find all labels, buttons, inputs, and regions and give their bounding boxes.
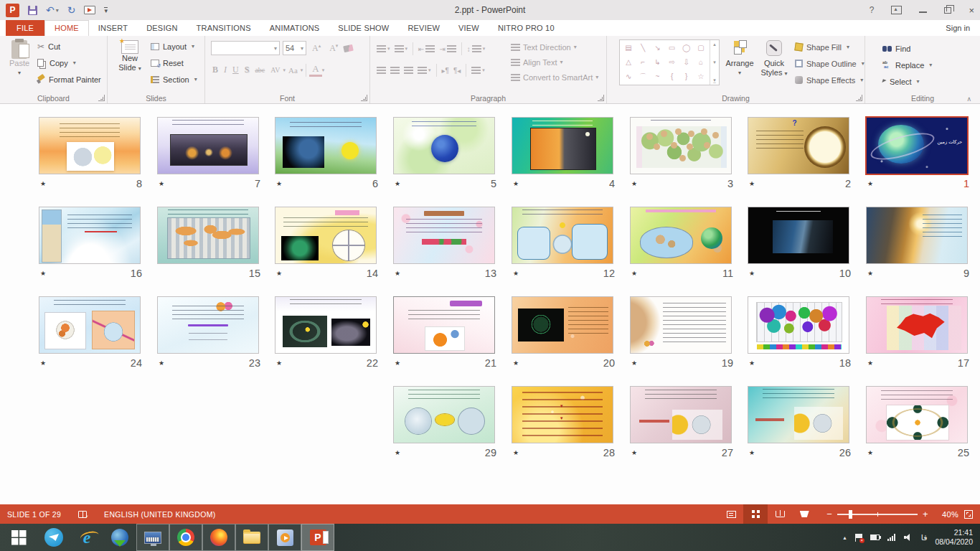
animation-star-icon[interactable]: ★ [159, 359, 169, 367]
slide-thumbnail-15[interactable] [157, 207, 259, 264]
shape-option-9[interactable]: ⇨ [669, 59, 674, 66]
taskbar-chrome-icon[interactable] [169, 524, 202, 551]
bold-button[interactable]: B [209, 65, 221, 75]
tab-slide-show[interactable]: SLIDE SHOW [329, 20, 398, 36]
zoom-level[interactable]: 40% [934, 510, 958, 519]
taskbar-ie-icon[interactable]: e [70, 524, 103, 551]
slide-thumbnail-21[interactable] [393, 296, 495, 354]
undo-icon[interactable]: ↶ [46, 5, 55, 15]
animation-star-icon[interactable]: ★ [867, 449, 877, 456]
tab-review[interactable]: REVIEW [398, 20, 449, 36]
tab-file[interactable]: FILE [6, 20, 44, 36]
animation-star-icon[interactable]: ★ [276, 270, 286, 277]
align-left-button[interactable] [374, 63, 388, 77]
slide-thumbnail-11[interactable] [630, 207, 732, 264]
taskbar-osk-icon[interactable] [136, 524, 169, 551]
slide-thumbnail-28[interactable] [512, 386, 613, 443]
animation-star-icon[interactable]: ★ [513, 359, 523, 367]
scroll-down-icon[interactable]: ▾ [713, 60, 716, 65]
shape-option-4[interactable]: ◯ [682, 44, 690, 52]
clock[interactable]: 21:41 08/04/2020 [935, 528, 973, 547]
slide-thumbnail-22[interactable] [275, 296, 377, 354]
animation-star-icon[interactable]: ★ [631, 270, 641, 277]
animation-star-icon[interactable]: ★ [867, 180, 877, 187]
fit-to-window-icon[interactable] [964, 510, 973, 519]
language-switcher[interactable]: فا [921, 533, 928, 542]
minimize-button[interactable] [919, 11, 927, 13]
tab-design[interactable]: DESIGN [137, 20, 187, 36]
text-shadow-button[interactable]: S [242, 65, 253, 75]
taskbar-telegram-icon[interactable] [37, 524, 70, 551]
character-spacing-button[interactable]: AV [268, 66, 283, 74]
save-icon[interactable] [28, 6, 37, 15]
tab-transitions[interactable]: TRANSITIONS [187, 20, 260, 36]
shape-option-2[interactable]: ↘ [654, 44, 660, 52]
animation-star-icon[interactable]: ★ [867, 359, 877, 367]
more-shapes-icon[interactable]: ▾̲ [713, 77, 716, 83]
clear-formatting-icon[interactable] [344, 44, 354, 52]
animation-star-icon[interactable]: ★ [749, 180, 759, 187]
italic-button[interactable]: I [221, 65, 230, 75]
font-dialog-launcher[interactable] [361, 95, 367, 101]
action-center-flag-icon[interactable] [855, 534, 862, 542]
shape-option-10[interactable]: ⇩ [684, 59, 689, 66]
shape-option-17[interactable]: ☆ [697, 73, 704, 80]
convert-to-smartart-button[interactable]: Convert to SmartArt▾ [511, 70, 598, 85]
animation-star-icon[interactable]: ★ [395, 270, 405, 277]
drawing-dialog-launcher[interactable] [856, 95, 862, 101]
bullets-button[interactable]: ▾ [374, 42, 392, 56]
slide-thumbnail-26[interactable] [748, 386, 849, 443]
shape-option-16[interactable]: } [685, 73, 687, 80]
numbering-button[interactable]: ▾ [392, 42, 410, 56]
ribbon-display-options-button[interactable] [891, 6, 902, 14]
animation-star-icon[interactable]: ★ [867, 270, 877, 277]
slide-thumbnail-14[interactable] [275, 207, 377, 264]
arrange-button[interactable]: Arrange▾ [723, 38, 756, 90]
line-spacing-button[interactable]: ↕▾ [465, 42, 488, 56]
shape-option-15[interactable]: { [671, 73, 673, 80]
undo-dropdown-caret[interactable]: ▾ [56, 7, 59, 14]
taskbar-firefox-icon[interactable] [202, 524, 235, 551]
paragraph-dialog-launcher[interactable] [598, 95, 604, 101]
start-from-beginning-icon[interactable] [84, 6, 95, 14]
tray-expand-icon[interactable]: ▲ [842, 535, 847, 540]
animation-star-icon[interactable]: ★ [631, 359, 641, 367]
slide-thumbnail-1[interactable]: حرکات زمین [865, 116, 969, 175]
shrink-font-button[interactable]: A▾ [326, 43, 341, 54]
slide-sorter-view-button[interactable] [743, 504, 768, 524]
volume-icon[interactable] [904, 534, 913, 541]
slide-thumbnail-16[interactable] [39, 207, 141, 264]
tab-nitro-pro-10[interactable]: NITRO PRO 10 [489, 20, 564, 36]
animation-star-icon[interactable]: ★ [395, 449, 405, 456]
justify-button[interactable]: ▾ [415, 63, 433, 77]
help-button[interactable]: ? [870, 6, 875, 14]
replace-button[interactable]: Replace▾ [882, 57, 932, 73]
animation-star-icon[interactable]: ★ [40, 359, 50, 367]
reading-view-button[interactable] [768, 504, 792, 524]
shape-option-7[interactable]: ⌐ [641, 59, 645, 66]
paste-button[interactable]: Paste▾ [3, 38, 36, 90]
increase-indent-button[interactable]: ⇥ [437, 42, 458, 56]
animation-star-icon[interactable]: ★ [513, 180, 523, 187]
collapse-ribbon-icon[interactable]: ∧ [966, 95, 971, 103]
slideshow-view-button[interactable] [792, 504, 816, 524]
network-signal-icon[interactable] [887, 534, 896, 541]
shape-option-3[interactable]: ▭ [669, 44, 675, 52]
grow-font-button[interactable]: A▴ [309, 43, 324, 54]
decrease-indent-button[interactable]: ⇤ [416, 42, 437, 56]
powerpoint-logo-icon[interactable]: P [6, 4, 19, 17]
change-case-button[interactable]: Aa [286, 66, 301, 75]
zoom-out-button[interactable]: − [826, 509, 832, 519]
font-color-button[interactable]: A [309, 63, 321, 77]
layout-button[interactable]: Layout▾ [151, 38, 197, 55]
slide-thumbnail-19[interactable] [630, 296, 732, 354]
underline-button[interactable]: U [230, 65, 242, 75]
taskbar-idm-icon[interactable] [103, 524, 136, 551]
sign-in-link[interactable]: Sign in [946, 20, 970, 36]
tab-insert[interactable]: INSERT [89, 20, 137, 36]
strikethrough-button[interactable]: abc [252, 66, 268, 74]
slide-thumbnail-9[interactable] [866, 207, 968, 264]
new-slide-button[interactable]: New Slide ▾ [113, 38, 146, 90]
align-center-button[interactable] [388, 63, 402, 77]
reset-button[interactable]: Reset [151, 55, 197, 71]
